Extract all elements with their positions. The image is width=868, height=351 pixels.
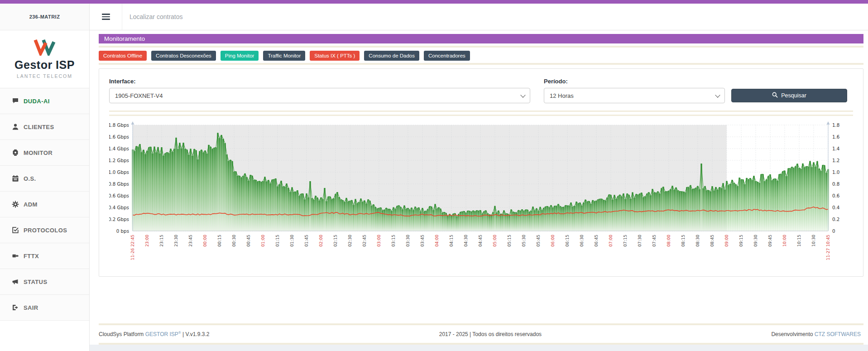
gestor-isp-link[interactable]: GESTOR ISP®: [145, 331, 181, 337]
x-axis-tick: 07:15: [623, 235, 628, 247]
y-axis-tick-right: 1.6: [832, 134, 839, 139]
calendar-icon: [12, 175, 19, 182]
sidebar-item-protocolos[interactable]: PROTOCOLOS: [0, 217, 89, 243]
topbar: [90, 4, 868, 30]
x-axis-tick: 03:00: [376, 235, 381, 247]
x-axis-tick: 10:30: [811, 235, 816, 247]
sidebar-item-sair[interactable]: SAIR: [0, 295, 89, 321]
sidebar-item-status[interactable]: STATUS: [0, 269, 89, 295]
divider: [109, 115, 853, 116]
y-axis-tick-right: 0.6: [832, 193, 839, 198]
y-axis-tick-left: 0.4 Gbps: [109, 205, 129, 210]
y-axis-tick-left: 1.4 Gbps: [109, 146, 129, 151]
search-area: [122, 4, 868, 30]
x-axis-tick: 11-26 22:45: [130, 235, 135, 260]
filter-form: Interface: 1905-FOXNET-V4 Período: 12 Ho…: [109, 78, 853, 103]
monitor-button-concentradores[interactable]: Concentradores: [424, 51, 470, 61]
interface-select-wrap: 1905-FOXNET-V4: [109, 88, 530, 103]
monitor-button-contratos-offline[interactable]: Contratos Offline: [99, 51, 147, 61]
x-axis-tick: 00:00: [202, 235, 207, 247]
top-accent-strip: [0, 0, 868, 4]
hamburger-icon: [102, 14, 110, 20]
x-axis-tick: 09:15: [739, 235, 743, 247]
x-axis-tick: 06:30: [579, 235, 584, 247]
search-submit-button[interactable]: Pesquisar: [731, 89, 847, 102]
x-axis-tick: 01:00: [260, 235, 265, 247]
sidebar-item-label: FTTX: [24, 253, 39, 260]
x-axis-tick: 08:30: [695, 235, 700, 247]
x-axis-tick: 03:30: [405, 235, 410, 247]
monitor-button-contratos-desconex-es[interactable]: Contratos Desconexões: [151, 51, 216, 61]
x-axis-tick: 00:45: [246, 235, 251, 247]
sidebar-item-label: SAIR: [24, 304, 38, 311]
search-icon: [772, 92, 778, 99]
x-axis-tick: 06:00: [550, 235, 555, 247]
sidebar-item-clientes[interactable]: CLIENTES: [0, 114, 89, 140]
sidebar-item-label: MONITOR: [24, 149, 53, 156]
sidebar-item-label: CLIENTES: [24, 124, 54, 130]
footer-copyright: 2017 - 2025 | Todos os direitos reservad…: [209, 331, 771, 337]
y-axis-tick-left: 0.2 Gbps: [109, 216, 129, 222]
y-axis-tick-left: 1.0 Gbps: [109, 169, 129, 175]
interface-select[interactable]: 1905-FOXNET-V4: [109, 88, 530, 103]
y-axis-tick-right: 1.0: [832, 169, 839, 175]
period-select[interactable]: 12 Horas: [544, 88, 725, 103]
traffic-chart-svg: 1.8 Gbps1.6 Gbps1.4 Gbps1.2 Gbps1.0 Gbps…: [109, 121, 852, 267]
x-axis-tick: 03:45: [420, 235, 425, 247]
sidebar: 236-MATRIZ Gestor ISP LANTEC TELECOM DUD…: [0, 4, 90, 351]
sidebar-item-duda-ai[interactable]: DUDA-AI: [0, 88, 89, 114]
x-axis-tick: 23:15: [159, 235, 164, 247]
x-axis-tick: 03:15: [391, 235, 396, 247]
menu-toggle-button[interactable]: [90, 4, 122, 30]
y-axis-tick-right: 0: [832, 228, 835, 234]
y-axis-tick-left: 1.2 Gbps: [109, 158, 129, 163]
x-axis-tick: 02:00: [318, 235, 323, 247]
x-axis-tick: 07:00: [608, 235, 613, 247]
y-axis-tick-right: 1.4: [832, 146, 839, 151]
monitor-buttons-row: Contratos OfflineContratos DesconexõesPi…: [99, 51, 863, 61]
logo-subtitle: LANTEC TELECOM: [0, 73, 89, 79]
x-axis-tick: 05:15: [507, 235, 512, 247]
y-axis-tick-right: 1.2: [832, 158, 839, 163]
logo-title: Gestor ISP: [0, 58, 89, 72]
logo-mark-icon: [31, 49, 59, 57]
check-square-icon: [12, 226, 19, 234]
monitor-button-traffic-monitor[interactable]: Traffic Monitor: [263, 51, 305, 61]
monitor-button-consumo-de-dados[interactable]: Consumo de Dados: [364, 51, 419, 61]
y-axis-tick-left: 1.8 Gbps: [109, 122, 129, 128]
sidebar-item-label: DUDA-AI: [24, 98, 50, 105]
y-axis-tick-left: 0 bps: [116, 228, 129, 234]
app-root: 236-MATRIZ Gestor ISP LANTEC TELECOM DUD…: [0, 4, 868, 351]
x-axis-tick: 02:45: [362, 235, 367, 247]
search-input[interactable]: [129, 13, 573, 20]
y-axis-tick-right: 1.8: [832, 122, 839, 128]
footer-platform: CloudSys Platform GESTOR ISP® | V.v1.9.3…: [99, 331, 209, 337]
x-axis-tick: 08:15: [681, 235, 686, 247]
chat-icon: [12, 97, 19, 105]
footer-group: CloudSys Platform GESTOR ISP® | V.v1.9.3…: [90, 321, 868, 351]
sidebar-item-monitor[interactable]: MONITOR: [0, 140, 89, 166]
footer: CloudSys Platform GESTOR ISP® | V.v1.9.3…: [90, 325, 868, 343]
footer-developer: Desenvolvimento CTZ SOFTWARES: [771, 331, 861, 337]
x-axis-tick: 05:30: [521, 235, 526, 247]
x-axis-tick: 02:30: [347, 235, 352, 247]
traffic-monitor-card: Interface: 1905-FOXNET-V4 Período: 12 Ho…: [99, 68, 863, 277]
interface-label: Interface:: [109, 78, 530, 85]
y-axis-tick-left: 0.8 Gbps: [109, 181, 129, 187]
y-axis-tick-right: 0.2: [832, 216, 839, 222]
monitor-icon: [12, 149, 19, 156]
sidebar-item-label: ADM: [24, 201, 38, 208]
x-axis-tick: 07:45: [652, 235, 657, 247]
x-axis-tick: 09:00: [724, 235, 729, 247]
section-title: Monitoramento: [99, 34, 863, 43]
sidebar-item-fttx[interactable]: FTTX: [0, 243, 89, 269]
monitor-button-ping-monitor[interactable]: Ping Monitor: [221, 51, 259, 61]
period-label: Período:: [544, 78, 725, 85]
monitor-button-status-ix-ptts-[interactable]: Status IX ( PTTs ): [310, 51, 360, 61]
sidebar-item-o-s-[interactable]: O.S.: [0, 166, 89, 192]
x-axis-tick: 05:00: [492, 235, 497, 247]
organization-name: 236-MATRIZ: [0, 4, 89, 30]
x-axis-tick: 01:45: [304, 235, 309, 247]
sidebar-item-adm[interactable]: ADM: [0, 192, 89, 217]
ctz-softwares-link[interactable]: CTZ SOFTWARES: [815, 331, 861, 337]
